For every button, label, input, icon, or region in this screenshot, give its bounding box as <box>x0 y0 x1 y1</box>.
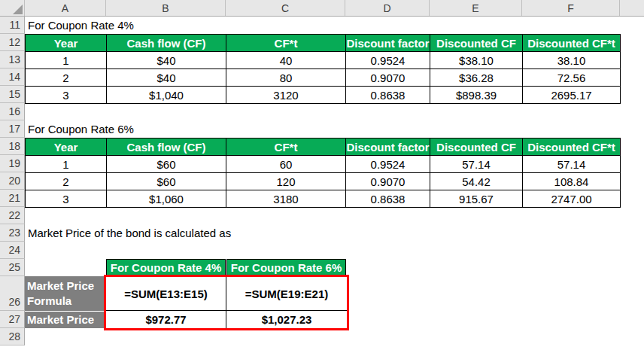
select-all-icon <box>13 5 23 14</box>
table-cell[interactable]: 60 <box>226 156 346 173</box>
column-header-e[interactable]: E <box>430 0 522 16</box>
table-cell[interactable]: 57.14 <box>430 156 523 173</box>
header-cell-discounted-cft[interactable]: Discounted CF*t <box>523 35 621 52</box>
header-cell-year[interactable]: Year <box>26 35 107 52</box>
table-cell[interactable]: $40 <box>107 52 226 69</box>
value-cell-coupon6[interactable]: $1,027.23 <box>226 311 347 328</box>
row-header-22[interactable]: 22 <box>0 207 25 224</box>
column-header-a[interactable]: A <box>25 0 106 16</box>
table-cell[interactable]: $898.39 <box>430 87 523 104</box>
table-cell[interactable]: $60 <box>107 156 226 173</box>
table-cell[interactable]: 40 <box>226 52 346 69</box>
row-header-26[interactable]: 26 <box>0 276 25 311</box>
table-row: 2 $60 120 0.9070 54.42 108.84 <box>26 173 621 190</box>
market-header-coupon6[interactable]: For Coupon Rate 6% <box>226 259 346 276</box>
table-cell[interactable]: 3 <box>26 87 107 104</box>
table-cell[interactable]: 0.8638 <box>346 87 430 104</box>
coupon4-table: Year Cash flow (CF) CF*t Discount factor… <box>25 34 621 104</box>
column-header-stub <box>620 0 644 16</box>
coupon4-header-row: Year Cash flow (CF) CF*t Discount factor… <box>26 35 621 52</box>
row-header-14[interactable]: 14 <box>0 68 25 86</box>
row-header-24[interactable]: 24 <box>0 242 25 259</box>
market-price-result-box: =SUM(E13:E15) =SUM(E19:E21) $972.77 $1,0… <box>104 275 349 330</box>
value-cell-coupon4[interactable]: $972.77 <box>106 311 226 328</box>
market-price-caption[interactable]: Market Price of the bond is calculated a… <box>28 224 231 242</box>
table-cell[interactable]: 0.9524 <box>346 156 430 173</box>
header-cell-discounted-cft[interactable]: Discounted CF*t <box>523 138 621 156</box>
section-title-coupon4[interactable]: For Coupon Rate 4% <box>28 17 134 34</box>
label-market-price[interactable]: Market Price <box>25 312 106 328</box>
row-header-18[interactable]: 18 <box>0 138 25 155</box>
row-header-17[interactable]: 17 <box>0 120 25 138</box>
table-cell[interactable]: 3180 <box>226 190 346 208</box>
table-cell[interactable]: 915.67 <box>430 190 523 208</box>
table-cell[interactable]: 80 <box>226 69 346 87</box>
row-header-15[interactable]: 15 <box>0 86 25 103</box>
table-row: 3 $1,040 3120 0.8638 $898.39 2695.17 <box>26 87 621 104</box>
header-cell-discounted-cf[interactable]: Discounted CF <box>430 138 523 156</box>
table-cell[interactable]: 0.9070 <box>346 173 430 190</box>
row-header-21[interactable]: 21 <box>0 190 25 207</box>
table-cell[interactable]: $40 <box>107 69 226 87</box>
header-cell-cashflow[interactable]: Cash flow (CF) <box>107 35 226 52</box>
select-all-button[interactable] <box>0 0 25 16</box>
row-header-27[interactable]: 27 <box>0 311 25 328</box>
table-row: 1 $60 60 0.9524 57.14 57.14 <box>26 156 621 173</box>
table-cell[interactable]: 1 <box>26 156 107 173</box>
table-row: 2 $40 80 0.9070 $36.28 72.56 <box>26 69 621 87</box>
header-cell-discount-factor[interactable]: Discount factor <box>346 138 430 156</box>
row-header-25[interactable]: 25 <box>0 259 25 276</box>
table-cell[interactable]: 38.10 <box>523 52 621 69</box>
spreadsheet: A B C D E F 11 12 13 14 15 16 17 18 19 2… <box>0 0 644 347</box>
row-header-23[interactable]: 23 <box>0 224 25 242</box>
table-cell[interactable]: 1 <box>26 52 107 69</box>
header-cell-discounted-cf[interactable]: Discounted CF <box>430 35 523 52</box>
header-cell-discount-factor[interactable]: Discount factor <box>346 35 430 52</box>
table-cell[interactable]: 120 <box>226 173 346 190</box>
column-header-c[interactable]: C <box>226 0 345 16</box>
table-cell[interactable]: 2695.17 <box>523 87 621 104</box>
formula-cell-coupon4[interactable]: =SUM(E13:E15) <box>106 277 226 311</box>
table-cell[interactable]: 2747.00 <box>523 190 621 208</box>
table-cell[interactable]: 0.9070 <box>346 69 430 87</box>
table-cell[interactable]: 72.56 <box>523 69 621 87</box>
column-header-b[interactable]: B <box>106 0 226 16</box>
header-cell-cft[interactable]: CF*t <box>226 138 346 156</box>
column-header-f[interactable]: F <box>522 0 620 16</box>
table-cell[interactable]: 57.14 <box>523 156 621 173</box>
column-header-d[interactable]: D <box>345 0 430 16</box>
coupon6-header-row: Year Cash flow (CF) CF*t Discount factor… <box>26 138 621 156</box>
row-header-19[interactable]: 19 <box>0 155 25 172</box>
table-cell[interactable]: 0.9524 <box>346 52 430 69</box>
table-cell[interactable]: 2 <box>26 173 107 190</box>
row-header-13[interactable]: 13 <box>0 51 25 68</box>
coupon6-table: Year Cash flow (CF) CF*t Discount factor… <box>25 138 621 208</box>
market-header-coupon4[interactable]: For Coupon Rate 4% <box>106 259 226 276</box>
header-cell-cashflow[interactable]: Cash flow (CF) <box>107 138 226 156</box>
header-cell-year[interactable]: Year <box>26 138 107 156</box>
row-header-20[interactable]: 20 <box>0 172 25 190</box>
label-market-price-formula[interactable]: Market Price Formula <box>25 276 106 311</box>
table-row: 3 $1,060 3180 0.8638 915.67 2747.00 <box>26 190 621 208</box>
row-header-16[interactable]: 16 <box>0 103 25 120</box>
table-cell[interactable]: 0.8638 <box>346 190 430 208</box>
row-header-column: 11 12 13 14 15 16 17 18 19 20 21 22 23 2… <box>0 17 25 345</box>
table-cell[interactable]: $60 <box>107 173 226 190</box>
row-header-28[interactable]: 28 <box>0 328 25 345</box>
table-cell[interactable]: $1,040 <box>107 87 226 104</box>
column-header-row: A B C D E F <box>0 0 644 17</box>
section-title-coupon6[interactable]: For Coupon Rate 6% <box>28 120 134 138</box>
table-cell[interactable]: 3 <box>26 190 107 208</box>
table-cell[interactable]: 54.42 <box>430 173 523 190</box>
row-header-12[interactable]: 12 <box>0 34 25 51</box>
row-header-11[interactable]: 11 <box>0 17 25 34</box>
table-cell[interactable]: 108.84 <box>523 173 621 190</box>
table-cell[interactable]: 3120 <box>226 87 346 104</box>
table-row: 1 $40 40 0.9524 $38.10 38.10 <box>26 52 621 69</box>
formula-cell-coupon6[interactable]: =SUM(E19:E21) <box>226 277 347 311</box>
table-cell[interactable]: 2 <box>26 69 107 87</box>
table-cell[interactable]: $1,060 <box>107 190 226 208</box>
table-cell[interactable]: $38.10 <box>430 52 523 69</box>
table-cell[interactable]: $36.28 <box>430 69 523 87</box>
header-cell-cft[interactable]: CF*t <box>226 35 346 52</box>
